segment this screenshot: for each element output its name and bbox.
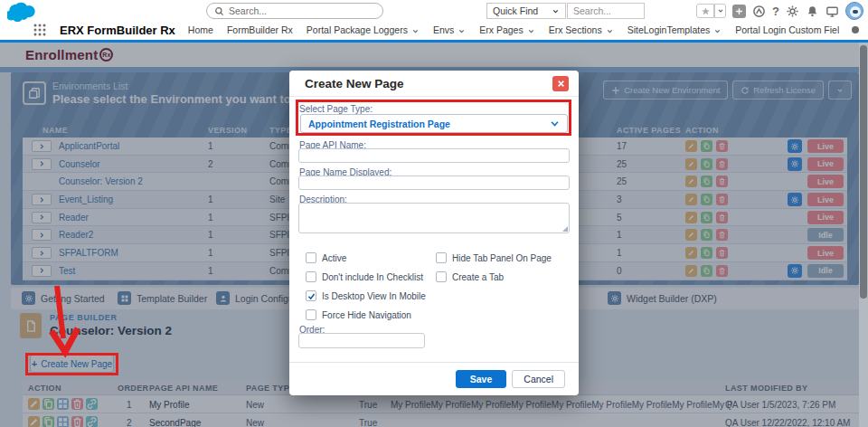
global-header: Search... Quick Find Search... xyxy=(0,0,868,22)
setup-gear-icon[interactable] xyxy=(786,5,799,18)
checkbox-box[interactable] xyxy=(436,271,447,282)
close-icon xyxy=(557,80,565,88)
nav-item-portal-login-custom-fields[interactable]: Portal Login Custom Fields xyxy=(735,24,839,35)
nav-item-formbuilder-rx[interactable]: FormBuilder Rx xyxy=(227,24,293,35)
chevron-down-icon xyxy=(552,7,560,15)
nav-item-sitelogintemplates[interactable]: SiteLoginTemplates xyxy=(627,24,722,35)
checkbox-is-desktop-view-in-mobile[interactable]: Is Desktop View In Mobile xyxy=(306,290,426,301)
select-page-type-label: Select Page Type: xyxy=(299,104,373,114)
chevron-down-icon xyxy=(527,26,535,34)
salesforce-logo-icon xyxy=(7,2,36,20)
global-search-input[interactable]: Search... xyxy=(206,3,383,19)
help-icon[interactable]: ? xyxy=(772,5,779,18)
page-type-select[interactable]: Appointment Registration Page xyxy=(300,114,568,133)
save-button[interactable]: Save xyxy=(456,370,507,388)
page-name-displayed-input[interactable] xyxy=(298,176,570,190)
checkbox-hide-tab-panel-on-page[interactable]: Hide Tab Panel On Page xyxy=(436,252,552,263)
cancel-button[interactable]: Cancel xyxy=(512,370,565,388)
description-textarea[interactable] xyxy=(298,203,570,233)
app-launcher-waffle-icon[interactable] xyxy=(33,23,47,37)
chevron-down-icon xyxy=(713,26,722,34)
quick-find-select[interactable]: Quick Find xyxy=(486,3,566,19)
checkbox-force-hide-navigation[interactable]: Force Hide Navigation xyxy=(306,309,411,320)
desktop-icon[interactable] xyxy=(826,5,839,18)
checkbox-box[interactable] xyxy=(436,252,447,263)
search-icon xyxy=(214,6,224,16)
nav-item-envs[interactable]: Envs xyxy=(433,24,466,35)
create-new-page-modal: Create New Page Select Page Type: Appoin… xyxy=(289,71,579,395)
notifications-bell-icon[interactable] xyxy=(806,5,819,18)
nav-item-erx-sections[interactable]: Erx Sections xyxy=(549,24,614,35)
checkbox-create-a-tab[interactable]: Create a Tab xyxy=(436,271,504,282)
chevron-down-icon xyxy=(411,26,420,34)
chevron-down-icon xyxy=(458,26,466,34)
chevron-down-icon xyxy=(550,119,560,128)
quick-find-search-input[interactable]: Search... xyxy=(567,3,645,19)
nav-item-portal-package-loggers[interactable]: Portal Package Loggers xyxy=(307,24,420,35)
global-actions-icon[interactable] xyxy=(732,5,746,18)
vertical-scrollbar[interactable] xyxy=(859,43,868,427)
app-root: Search... Quick Find Search... xyxy=(0,0,868,427)
nav-item-home[interactable]: Home xyxy=(188,24,213,35)
checkbox-box[interactable] xyxy=(306,271,316,282)
global-search-placeholder: Search... xyxy=(229,5,267,16)
nav-tabs: HomeFormBuilder RxPortal Package Loggers… xyxy=(188,24,839,35)
guidance-icon[interactable] xyxy=(752,5,766,18)
checkbox-box[interactable] xyxy=(306,252,316,263)
checkbox-active[interactable]: Active xyxy=(306,252,346,263)
modal-title: Create New Page xyxy=(305,77,404,90)
checkbox-don-t-include-in-checklist[interactable]: Don't include In Checklist xyxy=(306,271,423,282)
scrollbar-thumb[interactable] xyxy=(860,45,867,299)
edit-navigation-icon[interactable] xyxy=(852,26,859,33)
star-icon[interactable] xyxy=(696,4,714,18)
nav-item-erx-pages[interactable]: Erx Pages xyxy=(479,24,534,35)
app-navigation-bar: ERX FormBuilder Rx HomeFormBuilder RxPor… xyxy=(0,22,868,43)
chevron-down-icon xyxy=(606,26,614,34)
favorites-button[interactable] xyxy=(696,4,726,18)
checkbox-box[interactable] xyxy=(306,290,316,301)
app-name[interactable]: ERX FormBuilder Rx xyxy=(60,24,175,37)
page-api-name-input[interactable] xyxy=(298,148,570,163)
favorites-dropdown-icon[interactable] xyxy=(714,4,726,18)
order-input[interactable] xyxy=(298,333,425,348)
user-avatar[interactable] xyxy=(845,2,863,20)
checkbox-box[interactable] xyxy=(306,309,316,320)
modal-close-button[interactable] xyxy=(552,76,569,91)
